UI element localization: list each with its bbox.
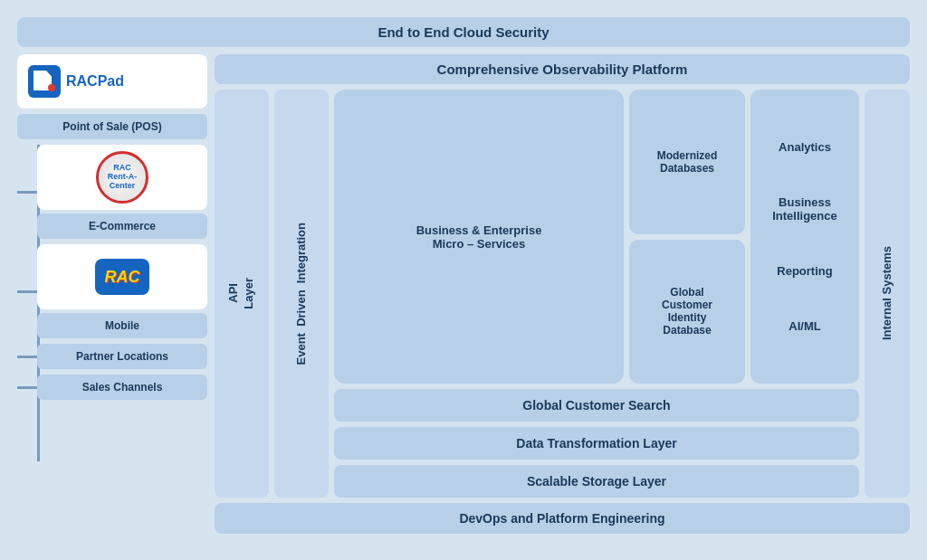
- gcid-label: Global Customer Identity Database: [662, 286, 712, 337]
- right-panel: Comprehensive Observability Platform API…: [215, 54, 910, 534]
- sales-label: Sales Channels: [37, 375, 207, 400]
- left-panel: RACPad Point of Sale (POS) RACRent-A-Cen…: [17, 54, 207, 534]
- modernized-db-label: Modernized Databases: [657, 149, 718, 175]
- analytics-column: Analytics Business Intelligence Reportin…: [750, 90, 859, 384]
- pos-label: Point of Sale (POS): [17, 114, 207, 139]
- edi-column: Event Driven Integration: [274, 90, 329, 498]
- racpad-logo-box: RACPad: [17, 54, 207, 109]
- edi-label: Event Driven Integration: [294, 223, 310, 365]
- rac-circle: RACRent-A-Center: [96, 151, 148, 204]
- top-bar: End to End Cloud Security: [17, 17, 910, 47]
- top-services-row: Business & Enterprise Micro – Services M…: [334, 90, 859, 384]
- racpad-logo: RACPad: [28, 65, 124, 98]
- devops-bar: DevOps and Platform Engineering: [215, 503, 910, 534]
- global-customer-search: Global Customer Search: [334, 389, 859, 422]
- bems-label: Business & Enterprise Micro – Services: [416, 223, 542, 251]
- ecom-label: E-Commerce: [37, 214, 207, 239]
- data-transformation-layer: Data Transformation Layer: [334, 427, 859, 460]
- internal-systems-label: Internal Systems: [880, 246, 895, 340]
- api-layer-column: APILayer: [215, 90, 269, 498]
- internal-systems-column: Internal Systems: [865, 90, 910, 498]
- api-layer-text: APILayer: [226, 278, 257, 309]
- rac-mobile-text: RAC: [105, 268, 140, 287]
- bi-label: Business Intelligence: [772, 195, 837, 223]
- obs-bar: Comprehensive Observability Platform: [215, 54, 910, 84]
- mobile-label: Mobile: [37, 313, 207, 338]
- reporting-label: Reporting: [777, 264, 832, 278]
- rac-circle-text: RACRent-A-Center: [99, 164, 146, 191]
- racpad-icon: [28, 65, 61, 98]
- mobile-image-box: RAC: [37, 244, 207, 309]
- api-label: APILayer: [226, 278, 257, 309]
- modernized-db-box: Modernized Databases: [629, 90, 745, 234]
- gcid-box: Global Customer Identity Database: [629, 240, 745, 384]
- mid-db-column: Modernized Databases Global Customer Ide…: [629, 90, 745, 384]
- ecom-image-box: RACRent-A-Center: [37, 145, 207, 210]
- scalable-storage-layer: Scalable Storage Layer: [334, 465, 859, 498]
- rac-mobile-logo: RAC: [95, 259, 149, 295]
- partner-label: Partner Locations: [37, 344, 207, 369]
- bems-box: Business & Enterprise Micro – Services: [334, 90, 624, 384]
- middle-section: APILayer Event Driven Integration Busine…: [215, 90, 910, 498]
- aiml-label: AI/ML: [788, 319, 820, 333]
- racpad-label: RACPad: [66, 73, 124, 90]
- inner-area: Business & Enterprise Micro – Services M…: [334, 90, 859, 498]
- analytics-label: Analytics: [779, 140, 831, 154]
- diagram-wrapper: End to End Cloud Security RACPad Point o…: [6, 6, 921, 554]
